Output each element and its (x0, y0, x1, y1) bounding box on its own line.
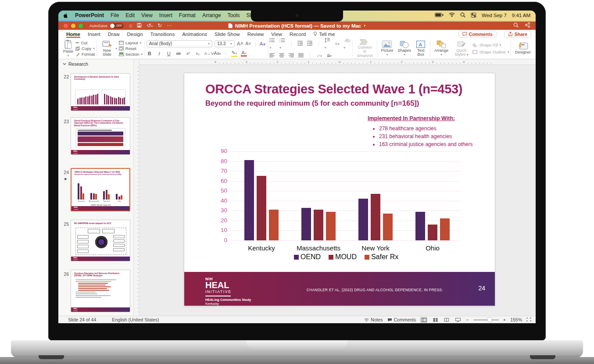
zoom-in-icon[interactable]: + (503, 317, 506, 322)
menu-item-view[interactable]: View (141, 12, 153, 18)
decrease-font-icon[interactable]: A˅ (245, 41, 251, 46)
menubar-time[interactable]: 9:41 AM (512, 13, 530, 18)
slide-thumbnail-26[interactable]: Overdose Education and Naloxone Distribu… (71, 270, 130, 312)
slide-thumbnail-24-selected[interactable]: ORCCA Strategies Selected Wave 1 (n=453)… (71, 168, 130, 211)
control-center-icon[interactable] (471, 13, 476, 18)
minimize-window-button[interactable] (71, 24, 75, 28)
line-spacing-icon[interactable]: ▾ (325, 38, 331, 50)
bar-MOUD-Massachusetts[interactable] (314, 210, 323, 240)
format-painter-button[interactable]: Format (75, 52, 95, 57)
language-selector[interactable]: English (United States) (112, 317, 159, 322)
numbering-icon[interactable]: 123▾ (279, 38, 286, 50)
reset-button[interactable]: Reset (119, 46, 143, 51)
decrease-indent-icon[interactable] (297, 41, 303, 47)
text-box-button[interactable]: A Text Box (413, 39, 428, 58)
close-window-button[interactable] (64, 24, 68, 28)
subscript-icon[interactable]: x₂ (195, 51, 201, 56)
tab-draw[interactable]: Draw (108, 30, 120, 38)
slide-sorter-view-button[interactable] (432, 317, 439, 323)
bar-MOUD-Kentucky[interactable] (257, 176, 266, 240)
character-spacing-icon[interactable]: A↔V▾ (204, 51, 211, 56)
bullets-icon[interactable]: ▾ (269, 38, 276, 50)
align-right-icon[interactable] (289, 53, 294, 59)
zoom-window-button[interactable] (79, 24, 83, 28)
increase-font-icon[interactable]: A˄ (237, 41, 243, 47)
menu-item-edit[interactable]: Edit (125, 12, 135, 18)
share-button[interactable]: Share (504, 31, 531, 38)
arrange-button[interactable]: Arrange ▾ (432, 39, 451, 58)
search-icon[interactable] (513, 22, 519, 29)
menu-item-tools[interactable]: Tools (228, 12, 240, 18)
menu-item-arrange[interactable]: Arrange (202, 12, 221, 18)
slide-subtitle[interactable]: Beyond the required minimum (5 for each … (205, 99, 419, 107)
shapes-button[interactable]: Shapes ▾ (396, 39, 414, 58)
menu-item-format[interactable]: Format (179, 12, 196, 18)
tab-home[interactable]: Home (66, 30, 80, 38)
home-icon[interactable]: ⌂ (129, 21, 132, 30)
bar-OEND-Massachusetts[interactable] (301, 208, 311, 240)
align-left-icon[interactable] (269, 53, 275, 59)
italic-icon[interactable]: I (156, 51, 162, 56)
tab-review[interactable]: Review (247, 30, 264, 38)
tab-insert[interactable]: Insert (88, 30, 100, 38)
status-comments-button[interactable]: Comments (387, 317, 416, 322)
menu-app-name[interactable]: PowerPoint (75, 12, 104, 18)
superscript-icon[interactable]: x² (185, 51, 191, 56)
align-center-icon[interactable] (279, 53, 285, 59)
bold-icon[interactable]: B (147, 51, 153, 56)
section-header-research[interactable]: Research (63, 61, 88, 67)
slide-thumbnail-25[interactable]: RE-AIM/PRISM model adapted for HCS (71, 220, 130, 261)
clear-formatting-icon[interactable]: A✱ (260, 41, 266, 46)
align-text-icon[interactable]: ⊞▾ (326, 54, 332, 58)
save-icon[interactable] (137, 23, 142, 29)
font-size-select[interactable]: 13.3▾ (215, 40, 235, 47)
bar-OEND-New-York[interactable] (358, 199, 368, 240)
sort-text-icon[interactable]: ↓↑▾ (316, 54, 322, 58)
bar-Safer-Rx-Kentucky[interactable] (269, 210, 279, 240)
notes-button[interactable]: Notes (364, 317, 383, 322)
bar-OEND-Kentucky[interactable] (244, 160, 254, 240)
more-toolbar-button[interactable]: ⋯ (167, 21, 172, 30)
bar-Safer-Rx-New-York[interactable] (383, 214, 393, 240)
justify-icon[interactable] (298, 53, 304, 59)
columns-icon[interactable]: ≋▾ (334, 42, 340, 46)
new-slide-button[interactable]: New Slide (99, 39, 116, 58)
partnership-textbox[interactable]: Implemented In Partnership With: 278 hea… (368, 115, 482, 148)
menubar-date[interactable]: Wed Sep 7 (482, 13, 507, 18)
slide-thumbnail-22[interactable]: Development of Dynamic Dashboards for Ea… (71, 73, 130, 111)
highlight-color-icon[interactable]: ✎▾ (231, 50, 237, 57)
increase-indent-icon[interactable] (307, 41, 313, 47)
slide-canvas[interactable]: ORCCA Strategies Selected Wave 1 (n=453)… (184, 73, 495, 306)
strikethrough-icon[interactable]: ab (175, 51, 182, 56)
font-color-icon[interactable]: A▾ (241, 50, 247, 57)
change-case-icon[interactable]: Aa▾ (214, 51, 220, 56)
paste-button[interactable]: Paste ▾ (61, 39, 75, 58)
copy-button[interactable]: Copy ▾ (75, 46, 95, 51)
zoom-out-icon[interactable]: − (466, 317, 469, 322)
zoom-slider[interactable] (473, 319, 499, 321)
section-button[interactable]: Section ▾ (119, 52, 143, 57)
font-name-select[interactable]: Arial (Body)▾ (147, 40, 212, 47)
spotlight-search-icon[interactable] (460, 12, 465, 18)
slideshow-view-button[interactable] (454, 317, 462, 323)
redo-button[interactable]: ↻ (157, 21, 162, 30)
tab-slide-show[interactable]: Slide Show (215, 30, 240, 38)
slide-thumbnail-23[interactable]: Opioid Overdose Reduction Continuum of C… (71, 117, 130, 155)
designer-button[interactable]: Designer (513, 39, 533, 58)
bar-MOUD-Ohio[interactable] (428, 225, 437, 240)
normal-view-button[interactable] (420, 317, 427, 323)
picture-button[interactable]: Picture ▾ (379, 39, 395, 58)
comments-button[interactable]: Comments (458, 31, 497, 38)
reading-view-button[interactable] (443, 317, 450, 323)
share-doc-icon[interactable] (525, 22, 530, 29)
menu-item-file[interactable]: File (111, 12, 119, 18)
bar-Safer-Rx-Ohio[interactable] (440, 218, 450, 240)
layout-button[interactable]: Layout ▾ (119, 40, 143, 45)
zoom-slider-thumb[interactable] (487, 318, 492, 322)
zoom-level[interactable]: 155% (510, 317, 522, 322)
apple-menu-icon[interactable] (63, 12, 68, 19)
slide-title[interactable]: ORCCA Strategies Selected Wave 1 (n=453) (205, 82, 495, 96)
fit-slide-icon[interactable] (526, 317, 531, 322)
underline-icon[interactable]: U (166, 51, 172, 56)
wifi-icon[interactable] (449, 13, 455, 18)
